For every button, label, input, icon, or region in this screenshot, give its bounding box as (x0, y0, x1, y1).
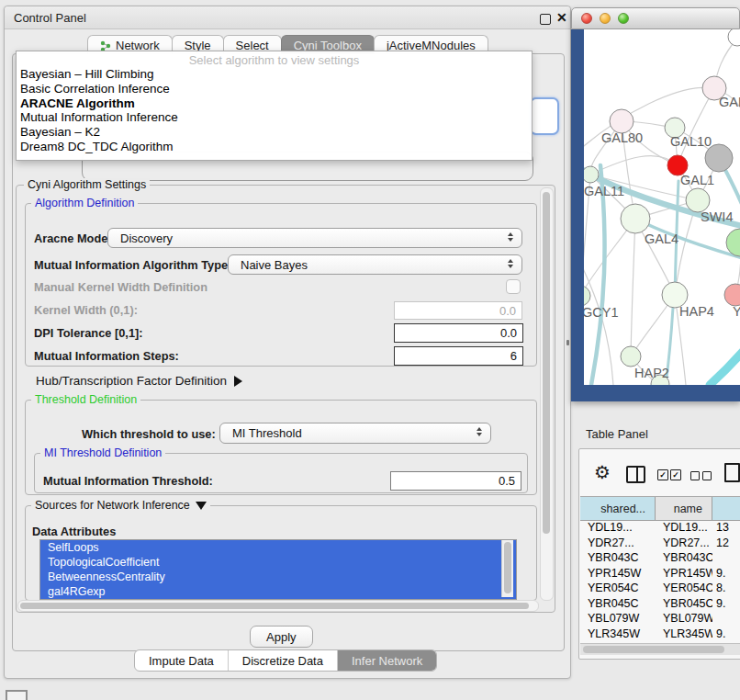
network-node[interactable] (621, 346, 641, 367)
dropdown-item[interactable]: Bayesian – Hill Climbing (17, 67, 532, 82)
mi-type-label: Mutual Information Algorithm Type: (34, 258, 231, 272)
network-node[interactable] (621, 204, 650, 233)
aracne-mode-select[interactable]: Discovery (107, 228, 522, 248)
tab-discretize-data[interactable]: Discretize Data (229, 650, 338, 671)
which-threshold-select[interactable]: MI Threshold (219, 423, 491, 444)
tab-infer-network[interactable]: Infer Network (338, 650, 436, 671)
gear-icon[interactable]: ⚙ (594, 463, 611, 481)
mi-type-select[interactable]: Naive Bayes (228, 254, 522, 275)
close-traffic-light-icon[interactable] (581, 13, 592, 24)
sources-group-title-row[interactable]: Sources for Network Inference (31, 499, 210, 512)
column-header[interactable]: name (656, 497, 712, 520)
control-panel-titlebar[interactable]: Control Panel ✕ (5, 6, 570, 29)
table-cell: YDL19... (656, 520, 712, 536)
control-panel-title: Control Panel (14, 11, 86, 25)
network-canvas[interactable]: GALGAL80GAL10GAL1GAL11SWI4GAL4GCY1HAP4YH… (584, 29, 740, 385)
panel-divider-grip[interactable] (566, 340, 569, 345)
columns-icon[interactable] (626, 466, 645, 483)
table-cell: YBR045C (580, 596, 656, 612)
list-item[interactable]: TopologicalCoefficient (40, 555, 516, 570)
settings-vertical-scrollbar[interactable] (540, 187, 554, 601)
apply-button[interactable]: Apply (250, 626, 313, 648)
mi-threshold-input[interactable]: 0.5 (390, 471, 521, 491)
node-label: Y (733, 304, 740, 319)
column-header[interactable]: A (712, 497, 740, 520)
dropdown-item[interactable]: Basic Correlation Inference (17, 82, 532, 96)
hub-definition-label: Hub/Transcription Factor Definition (36, 374, 227, 388)
network-view-window: GALGAL80GAL10GAL1GAL11SWI4GAL4GCY1HAP4YH… (571, 7, 740, 401)
dpi-tolerance-label: DPI Tolerance [0,1]: (34, 326, 143, 340)
dropdown-item[interactable]: ARACNE Algorithm (17, 96, 532, 111)
network-node[interactable] (584, 286, 590, 306)
dropdown-item[interactable]: Mutual Information Inference (17, 110, 532, 125)
network-edge[interactable] (710, 346, 740, 385)
kernel-width-label: Kernel Width (0,1): (34, 303, 138, 317)
table-row[interactable]: YER054CYER054C8. (580, 581, 740, 596)
table-row[interactable]: YLR345WYLR345W9. (580, 627, 740, 642)
mi-threshold-label: Mutual Information Threshold: (43, 474, 213, 488)
settings-horizontal-scrollbar[interactable] (17, 600, 539, 612)
table-cell: YLR345W (580, 627, 656, 642)
aracne-mode-value: Discovery (120, 231, 173, 245)
column-header[interactable]: shared... (580, 497, 656, 520)
hub-definition-row[interactable]: Hub/Transcription Factor Definition (36, 374, 242, 388)
threshold-definition-title: Threshold Definition (31, 393, 140, 406)
collapse-down-icon[interactable] (196, 502, 207, 510)
list-item[interactable]: BetweennessCentrality (40, 570, 516, 584)
dropdown-item[interactable]: Bayesian – K2 (17, 125, 532, 140)
select-all-checkboxes-icon[interactable]: ✓✓ (657, 469, 681, 480)
new-table-icon[interactable] (724, 463, 740, 482)
data-attributes-list[interactable]: SelfLoopsTopologicalCoefficientBetweenne… (39, 539, 517, 600)
node-label: GAL80 (601, 130, 643, 145)
table-cell: 9. (712, 627, 740, 642)
table-row[interactable]: YDR27...YDR27...12 (580, 536, 740, 551)
table-panel: ⚙ ✓✓ shared...nameA YDL19...YDL19...13YD… (578, 448, 740, 660)
tab-impute-data[interactable]: Impute Data (135, 650, 229, 671)
dpi-tolerance-input[interactable]: 0.0 (394, 323, 523, 343)
table-row[interactable]: YBR045CYBR045C9. (580, 596, 740, 612)
float-window-icon[interactable] (540, 14, 551, 25)
network-graph[interactable]: GALGAL80GAL10GAL1GAL11SWI4GAL4GCY1HAP4YH… (584, 29, 740, 385)
scrollbar-thumb[interactable] (504, 542, 511, 593)
kernel-width-input[interactable]: 0.0 (394, 301, 522, 320)
table-row[interactable]: YPR145WYPR145W9. (580, 566, 740, 581)
node-label: SWI4 (701, 209, 733, 224)
table-cell: YBR045C (656, 596, 712, 612)
scrollbar-thumb[interactable] (20, 603, 529, 609)
node-label: GAL4 (645, 231, 678, 246)
list-item[interactable]: gal4RGexp (40, 584, 516, 599)
deselect-all-checkboxes-icon[interactable] (690, 471, 712, 480)
minimize-traffic-light-icon[interactable] (600, 13, 611, 24)
bottom-tab-bar: Impute DataDiscretize DataInfer Network (134, 649, 437, 672)
table-cell (712, 550, 740, 566)
network-node[interactable] (584, 166, 599, 183)
network-node[interactable] (726, 229, 740, 256)
minimized-panel-icon[interactable] (6, 690, 28, 700)
scrollbar-thumb[interactable] (543, 192, 550, 534)
mi-steps-input[interactable]: 6 (394, 346, 523, 366)
scrollbar-thumb[interactable] (583, 646, 724, 653)
table-horizontal-scrollbar[interactable] (580, 643, 740, 655)
network-window-titlebar[interactable] (571, 7, 740, 29)
close-icon[interactable]: ✕ (556, 10, 567, 25)
dropdown-item[interactable]: Dream8 DC_TDC Algorithm (17, 140, 532, 154)
cyni-settings-title: Cyni Algorithm Settings (24, 178, 150, 191)
network-edge[interactable] (631, 219, 635, 356)
network-node[interactable] (724, 284, 740, 306)
network-node[interactable] (728, 29, 740, 46)
table-row[interactable]: YBR043CYBR043C (580, 550, 740, 566)
table-cell: YPR145W (580, 566, 656, 581)
table-cell: YDL19... (580, 520, 656, 536)
node-label: GAL10 (670, 134, 712, 149)
table-body: YDL19...YDL19...13YDR27...YDR27...12YBR0… (580, 520, 740, 643)
list-item[interactable]: SelfLoops (40, 540, 516, 555)
attributes-list-scrollbar[interactable] (501, 540, 513, 597)
zoom-traffic-light-icon[interactable] (618, 13, 629, 24)
node-label: GAL (719, 95, 740, 109)
table-row[interactable]: YBL079WYBL079W (580, 611, 740, 627)
focused-button-fragment[interactable] (530, 97, 559, 135)
table-row[interactable]: YDL19...YDL19...13 (580, 520, 740, 536)
manual-kernel-checkbox[interactable] (506, 279, 521, 294)
sources-group-title: Sources for Network Inference (35, 499, 190, 512)
expand-right-icon[interactable] (234, 376, 242, 387)
